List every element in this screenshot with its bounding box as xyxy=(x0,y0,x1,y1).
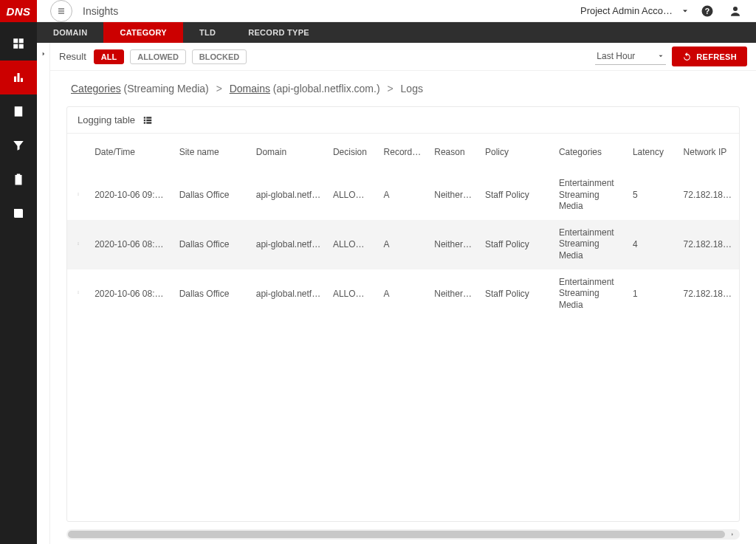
col-reason[interactable]: Reason xyxy=(428,134,479,171)
cell-network-ip: 72.182.184.102 xyxy=(678,220,739,269)
account-dropdown[interactable]: Project Admin Accoun… xyxy=(580,5,690,16)
tab-domain[interactable]: DOMAIN xyxy=(37,22,103,43)
card-header: Logging table xyxy=(67,107,739,134)
time-range-select[interactable]: Last Hour xyxy=(595,48,666,65)
tab-tld[interactable]: TLD xyxy=(183,22,232,43)
nav-dashboard[interactable] xyxy=(0,27,37,61)
cell-domain: api-global.netflix.com. xyxy=(250,220,327,269)
svg-rect-13 xyxy=(144,117,145,118)
col-domain[interactable]: Domain xyxy=(250,134,327,171)
filter-allowed[interactable]: ALLOWED xyxy=(130,49,186,64)
svg-rect-5 xyxy=(18,73,20,82)
svg-point-21 xyxy=(78,195,78,196)
collapse-gutter[interactable] xyxy=(37,43,50,544)
chevron-right-icon xyxy=(40,50,47,58)
filter-blocked[interactable]: BLOCKED xyxy=(192,49,247,64)
horizontal-scrollbar[interactable] xyxy=(66,529,740,540)
time-range-value: Last Hour xyxy=(597,51,635,61)
col-network-ip[interactable]: Network IP xyxy=(678,134,739,171)
cell-reason: Neither of th… xyxy=(428,220,479,269)
col-datetime[interactable]: Date/Time xyxy=(89,134,173,171)
cell-reason: Neither of th… xyxy=(428,269,479,319)
svg-text:?: ? xyxy=(705,6,709,15)
nav-sites[interactable] xyxy=(0,94,37,128)
chevron-down-icon xyxy=(681,7,690,16)
building-icon xyxy=(12,105,25,118)
cell-site: Dallas Office xyxy=(173,269,250,319)
cell-site: Dallas Office xyxy=(173,220,250,269)
cell-categories: Entertainment Streaming Media xyxy=(553,171,627,220)
svg-point-20 xyxy=(78,194,78,195)
svg-rect-9 xyxy=(58,13,64,13)
menu-toggle-button[interactable] xyxy=(50,0,72,22)
row-menu-button[interactable] xyxy=(67,220,89,269)
nav-filters[interactable] xyxy=(0,128,37,162)
cell-policy: Staff Policy xyxy=(479,171,553,220)
list-icon xyxy=(57,7,66,16)
breadcrumb-domains[interactable]: Domains xyxy=(230,83,270,94)
svg-point-25 xyxy=(78,292,78,292)
cell-record-type: A xyxy=(378,220,429,269)
svg-rect-14 xyxy=(146,117,151,118)
breadcrumb: Categories (Streaming Media) > Domains (… xyxy=(50,71,756,102)
svg-rect-4 xyxy=(14,77,16,83)
cell-decision: ALLOWED xyxy=(327,171,378,220)
logging-table: Date/Time Site name Domain Decision Reco… xyxy=(67,134,739,318)
breadcrumb-sep: > xyxy=(216,83,222,94)
profile-button[interactable] xyxy=(725,1,746,21)
table-scroll[interactable]: Date/Time Site name Domain Decision Reco… xyxy=(67,134,739,521)
person-icon xyxy=(729,4,742,18)
cell-record-type: A xyxy=(378,269,429,319)
scrollbar-right-arrow[interactable] xyxy=(728,529,737,540)
page-title: Insights xyxy=(83,5,118,17)
filter-all[interactable]: ALL xyxy=(94,49,124,64)
cell-site: Dallas Office xyxy=(173,171,250,220)
nav-insights[interactable] xyxy=(0,61,37,94)
table-row[interactable]: 2020-10-06 08:04:33 C…Dallas Officeapi-g… xyxy=(67,269,739,319)
tab-record-type[interactable]: RECORD TYPE xyxy=(232,22,326,43)
scrollbar-thumb[interactable] xyxy=(68,531,725,538)
nav-book[interactable] xyxy=(0,196,37,230)
svg-rect-16 xyxy=(146,119,151,120)
cell-categories: Entertainment Streaming Media xyxy=(553,220,627,269)
col-categories[interactable]: Categories xyxy=(553,134,627,171)
svg-point-23 xyxy=(78,243,78,244)
cell-policy: Staff Policy xyxy=(479,269,553,319)
breadcrumb-categories[interactable]: Categories xyxy=(71,83,121,94)
svg-rect-2 xyxy=(13,44,18,49)
row-menu-button[interactable] xyxy=(67,269,89,319)
col-latency[interactable]: Latency xyxy=(627,134,678,171)
table-row[interactable]: 2020-10-06 08:15:48 C…Dallas Officeapi-g… xyxy=(67,220,739,269)
col-site[interactable]: Site name xyxy=(173,134,250,171)
svg-rect-18 xyxy=(146,122,151,123)
cell-latency: 5 xyxy=(627,171,678,220)
col-decision[interactable]: Decision xyxy=(327,134,378,171)
table-row[interactable]: 2020-10-06 09:07:08 C…Dallas Officeapi-g… xyxy=(67,171,739,220)
help-button[interactable]: ? xyxy=(697,1,718,21)
refresh-icon xyxy=(682,52,692,61)
caret-down-icon xyxy=(657,52,664,60)
cell-datetime: 2020-10-06 08:04:33 C… xyxy=(89,269,173,319)
cell-record-type: A xyxy=(378,171,429,220)
cell-network-ip: 72.182.184.102 xyxy=(678,269,739,319)
svg-rect-1 xyxy=(19,38,24,43)
cell-domain: api-global.netflix.com. xyxy=(250,171,327,220)
sidebar: DNS xyxy=(0,0,37,544)
book-icon xyxy=(12,207,25,220)
brand-logo: DNS xyxy=(0,0,37,22)
cell-datetime: 2020-10-06 09:07:08 C… xyxy=(89,171,173,220)
logging-card: Logging table Date/Time xyxy=(66,106,740,522)
tab-category[interactable]: CATEGORY xyxy=(103,22,183,43)
cell-decision: ALLOWED xyxy=(327,269,378,319)
col-policy[interactable]: Policy xyxy=(479,134,553,171)
topbar: Insights Project Admin Accoun… ? xyxy=(37,0,756,22)
svg-rect-6 xyxy=(21,78,23,82)
svg-rect-17 xyxy=(144,122,145,123)
nav-clipboard[interactable] xyxy=(0,162,37,196)
clipboard-icon xyxy=(12,173,25,186)
refresh-button[interactable]: REFRESH xyxy=(672,47,747,66)
breadcrumb-logs: Logs xyxy=(401,83,423,94)
col-record-type[interactable]: Record type xyxy=(378,134,429,171)
toolbar: Result ALL ALLOWED BLOCKED Last Hour REF… xyxy=(50,43,756,71)
row-menu-button[interactable] xyxy=(67,171,89,220)
